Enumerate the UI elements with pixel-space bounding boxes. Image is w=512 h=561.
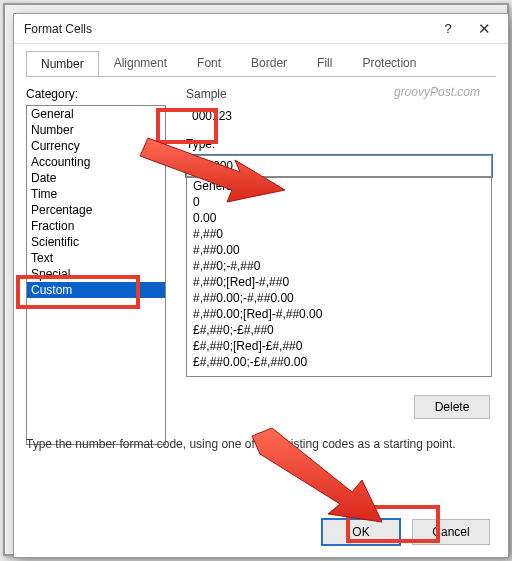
- type-input[interactable]: [186, 155, 492, 177]
- list-item[interactable]: #,##0.00;-#,##0.00: [187, 290, 491, 306]
- list-item[interactable]: Special: [27, 266, 165, 282]
- list-item[interactable]: 0: [187, 194, 491, 210]
- list-item[interactable]: £#,##0;[Red]-£#,##0: [187, 338, 491, 354]
- list-item[interactable]: #,##0;[Red]-#,##0: [187, 274, 491, 290]
- tab-panel-number: groovyPost.com Category: General Number …: [26, 76, 496, 466]
- dialog-title: Format Cells: [24, 22, 430, 36]
- ok-button[interactable]: OK: [322, 519, 400, 545]
- list-item[interactable]: 0.00: [187, 210, 491, 226]
- list-item[interactable]: Currency: [27, 138, 165, 154]
- list-item[interactable]: #,##0: [187, 226, 491, 242]
- list-item[interactable]: Time: [27, 186, 165, 202]
- tabs: Number Alignment Font Border Fill Protec…: [14, 44, 508, 76]
- list-item-custom[interactable]: Custom: [27, 282, 165, 298]
- list-item[interactable]: Scientific: [27, 234, 165, 250]
- list-item[interactable]: Date: [27, 170, 165, 186]
- delete-button[interactable]: Delete: [414, 395, 490, 419]
- list-item[interactable]: General: [27, 106, 165, 122]
- help-button[interactable]: ?: [430, 17, 466, 41]
- sample-label: Sample: [186, 87, 486, 101]
- titlebar: Format Cells ? ✕: [14, 14, 508, 44]
- tab-number[interactable]: Number: [26, 51, 99, 77]
- list-item[interactable]: Percentage: [27, 202, 165, 218]
- category-label: Category:: [26, 87, 78, 101]
- list-item[interactable]: Text: [27, 250, 165, 266]
- type-label: Type:: [186, 137, 215, 151]
- list-item[interactable]: Fraction: [27, 218, 165, 234]
- tab-protection[interactable]: Protection: [347, 50, 431, 76]
- tab-border[interactable]: Border: [236, 50, 302, 76]
- tab-font[interactable]: Font: [182, 50, 236, 76]
- list-item[interactable]: #,##0.00;[Red]-#,##0.00: [187, 306, 491, 322]
- list-item[interactable]: #,##0;-#,##0: [187, 258, 491, 274]
- list-item[interactable]: General: [187, 178, 491, 194]
- close-button[interactable]: ✕: [466, 17, 502, 41]
- format-cells-dialog: Format Cells ? ✕ Number Alignment Font B…: [13, 13, 509, 558]
- hint-text: Type the number format code, using one o…: [26, 437, 456, 451]
- sample-value: 000123: [186, 101, 486, 131]
- list-item[interactable]: #,##0.00: [187, 242, 491, 258]
- list-item[interactable]: £#,##0;-£#,##0: [187, 322, 491, 338]
- format-list[interactable]: General 0 0.00 #,##0 #,##0.00 #,##0;-#,#…: [186, 177, 492, 377]
- tab-alignment[interactable]: Alignment: [99, 50, 182, 76]
- category-list[interactable]: General Number Currency Accounting Date …: [26, 105, 166, 445]
- list-item[interactable]: Number: [27, 122, 165, 138]
- tab-fill[interactable]: Fill: [302, 50, 347, 76]
- cancel-button[interactable]: Cancel: [412, 519, 490, 545]
- list-item[interactable]: Accounting: [27, 154, 165, 170]
- list-item[interactable]: £#,##0.00;-£#,##0.00: [187, 354, 491, 370]
